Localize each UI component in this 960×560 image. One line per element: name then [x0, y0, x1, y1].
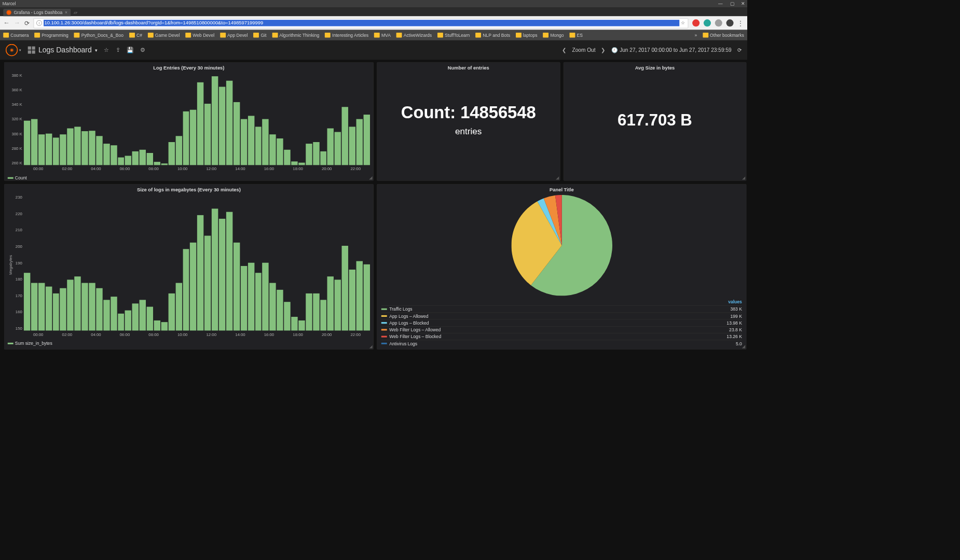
bar	[234, 243, 240, 331]
grafana-logo-icon[interactable]: ✳	[6, 44, 18, 56]
bar	[291, 317, 297, 330]
forward-button[interactable]: →	[13, 19, 20, 26]
bookmark-item[interactable]: laptops	[516, 33, 538, 37]
legend-swatch	[381, 336, 387, 338]
bookmark-item[interactable]: Coursera	[3, 33, 29, 37]
resize-handle[interactable]	[742, 345, 745, 348]
time-range-text: Jun 27, 2017 00:00:00 to Jun 27, 2017 23…	[620, 47, 732, 53]
pie-legend-row[interactable]: Antivirus Logs5.0	[381, 340, 742, 346]
browser-nav-bar: ← → ⟳ i 10.100.1.26:3000/dashboard/db/lo…	[0, 16, 747, 30]
extension-icon[interactable]	[715, 19, 722, 26]
bookmark-star-icon[interactable]: ☆	[681, 20, 685, 26]
grafana-topnav: ✳ ▾ Logs Dashboard ▾ ☆ ⇪ 💾 ⚙ ❮ Zoom Out …	[0, 40, 747, 60]
folder-icon	[703, 33, 708, 37]
bookmark-item[interactable]: Git	[253, 33, 266, 37]
bookmark-item[interactable]: StuffToLearn	[437, 33, 470, 37]
bar	[255, 273, 262, 330]
bookmark-item[interactable]: Algorithmic Thinking	[272, 33, 319, 37]
bookmark-item[interactable]: Python_Docs_&_Boo	[74, 33, 124, 37]
bar	[284, 150, 290, 165]
bar	[212, 208, 218, 330]
bookmarks-overflow[interactable]: »	[694, 33, 697, 37]
url-bar[interactable]: i 10.100.1.26:3000/dashboard/db/logs-das…	[34, 18, 689, 28]
window-user: Marcel	[3, 1, 16, 6]
window-maximize-button[interactable]: ▢	[730, 1, 734, 6]
refresh-button[interactable]: ⟳	[737, 47, 742, 53]
bookmark-item[interactable]: Web Devel	[185, 33, 214, 37]
share-dashboard-button[interactable]: ⇪	[116, 47, 120, 53]
bookmark-item[interactable]: C#	[129, 33, 142, 37]
window-minimize-button[interactable]: —	[718, 1, 723, 6]
legend-value: 13.26 K	[726, 334, 742, 339]
bookmark-item[interactable]: Mongo	[543, 33, 564, 37]
time-back-button[interactable]: ❮	[562, 47, 567, 53]
bar	[320, 300, 326, 331]
singlestat-value: 617.703 B	[618, 111, 692, 129]
bar	[327, 276, 334, 331]
bar	[204, 104, 211, 165]
resize-handle[interactable]	[556, 176, 559, 179]
bar	[168, 142, 174, 165]
browser-menu-button[interactable]: ⋮	[737, 19, 744, 27]
back-button[interactable]: ←	[3, 19, 9, 26]
pie-legend-row[interactable]: Web Filter Logs – Allowed23.8 K	[381, 326, 742, 333]
bookmark-item[interactable]: Programming	[34, 33, 68, 37]
extension-icon[interactable]	[692, 19, 700, 26]
extension-icon[interactable]	[726, 19, 734, 26]
bookmark-item[interactable]: ES	[569, 33, 582, 37]
bar	[335, 279, 341, 330]
pie-legend-row[interactable]: App Logs – Allowed199 K	[381, 312, 742, 319]
pie-legend-row[interactable]: Web Filter Logs – Blocked13.26 K	[381, 333, 742, 340]
bookmark-item[interactable]: App Devel	[220, 33, 248, 37]
panel-pie[interactable]: Panel Title values Traffic Logs383 KApp …	[377, 184, 746, 349]
browser-tab-title: Grafana - Logs Dashboa	[13, 10, 62, 15]
dashboard-picker[interactable]: Logs Dashboard ▾	[28, 46, 98, 54]
folder-icon	[185, 33, 191, 37]
bar	[262, 119, 268, 165]
bar	[306, 293, 312, 331]
extension-icon[interactable]	[704, 19, 711, 26]
panel-log-entries[interactable]: Log Entries (Every 30 minutes) 380 K360 …	[4, 62, 374, 181]
folder-icon	[569, 33, 575, 37]
close-tab-icon[interactable]: ×	[65, 10, 67, 15]
bar	[89, 283, 95, 331]
bar	[24, 121, 30, 165]
panel-size-of-logs[interactable]: Size of logs in megabytes (Every 30 minu…	[4, 184, 374, 349]
resize-handle[interactable]	[369, 345, 372, 348]
bookmark-item[interactable]: NLP and Bots	[475, 33, 510, 37]
pie-legend-row[interactable]: Traffic Logs383 K	[381, 305, 742, 312]
settings-button[interactable]: ⚙	[140, 47, 145, 53]
pie-legend-row[interactable]: App Logs – Blocked13.98 K	[381, 319, 742, 326]
time-range-picker[interactable]: 🕘 Jun 27, 2017 00:00:00 to Jun 27, 2017 …	[611, 47, 732, 53]
pie-legend: values Traffic Logs383 KApp Logs – Allow…	[381, 299, 742, 347]
reload-button[interactable]: ⟳	[24, 19, 30, 27]
other-bookmarks[interactable]: Other bookmarks	[703, 33, 744, 37]
resize-handle[interactable]	[369, 176, 372, 179]
bookmark-item[interactable]: Game Devel	[148, 33, 180, 37]
legend-swatch	[381, 343, 387, 344]
star-dashboard-button[interactable]: ☆	[104, 47, 109, 53]
panel-title: Number of entries	[377, 65, 559, 71]
legend-value: 5.0	[736, 341, 742, 346]
bar	[234, 102, 240, 165]
bar	[81, 131, 88, 165]
browser-tab[interactable]: Grafana - Logs Dashboa ×	[3, 9, 71, 16]
panel-number-of-entries[interactable]: Number of entries Count: 14856548 entrie…	[377, 62, 560, 181]
bookmark-item[interactable]: Interesting Articles	[325, 33, 368, 37]
zoom-out-button[interactable]: Zoom Out	[572, 47, 595, 53]
save-dashboard-button[interactable]: 💾	[127, 47, 133, 53]
dashboard-body: Log Entries (Every 30 minutes) 380 K360 …	[0, 60, 747, 352]
time-forward-button[interactable]: ❯	[601, 47, 606, 53]
bar	[183, 111, 189, 165]
resize-handle[interactable]	[742, 176, 745, 179]
bookmark-item[interactable]: ActiveWizards	[396, 33, 432, 37]
bookmark-item[interactable]: MVA	[374, 33, 391, 37]
site-info-icon[interactable]: i	[36, 20, 42, 26]
bar	[291, 161, 297, 165]
window-close-button[interactable]: ✕	[741, 1, 745, 6]
new-tab-button[interactable]: ▱	[71, 9, 80, 16]
panel-avg-size[interactable]: Avg Size in bytes 617.703 B	[563, 62, 746, 181]
grafana-menu-dropdown[interactable]: ▾	[19, 48, 21, 52]
bar	[349, 127, 355, 165]
bar	[46, 134, 52, 165]
